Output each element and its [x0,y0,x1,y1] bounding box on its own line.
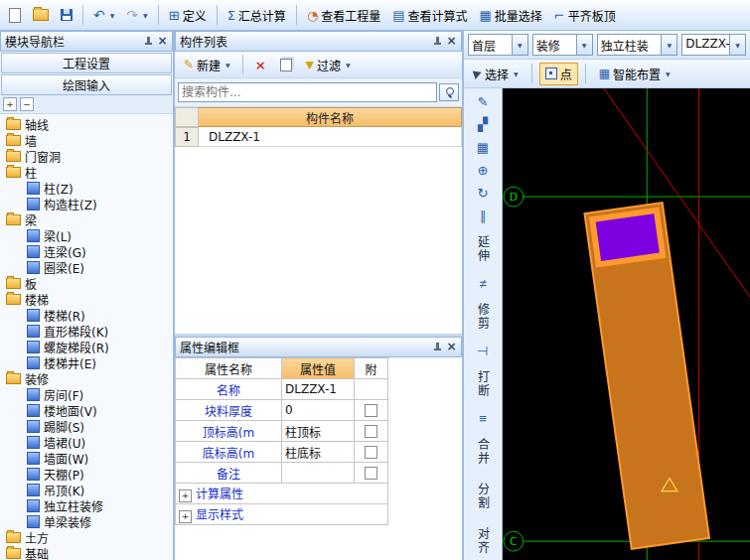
tree-item[interactable]: 直形梯段(K) [0,323,173,339]
collapse-all-icon[interactable] [20,97,34,111]
tree-item[interactable]: 楼梯 [0,291,173,307]
drawing-canvas[interactable]: D C [503,88,750,560]
view-quantities-button[interactable]: ◔ 查看工程量 [302,4,385,27]
search-input[interactable] [178,82,437,102]
tab-drawing-input[interactable]: 绘图输入 [1,74,172,95]
tree-item[interactable]: 楼地面(V) [0,402,173,418]
attach-checkbox[interactable] [365,425,377,438]
tree-item[interactable]: 圈梁(E) [0,259,173,275]
property-row[interactable]: +计算属性 [176,484,388,504]
property-value[interactable]: 0 [282,400,355,421]
property-row[interactable]: 备注 [176,463,388,484]
split-button[interactable]: 分割 [471,475,495,518]
summary-calc-button[interactable]: Σ 汇总计算 [223,4,291,27]
type-combo[interactable]: 独立柱装 [597,34,678,56]
delete-component-button[interactable]: × [250,55,271,75]
tree-item[interactable]: 土方 [0,529,173,545]
redo-button[interactable]: ↷ [121,4,152,26]
tree-item[interactable]: 轴线 [0,116,173,132]
tree-item[interactable]: 单梁装修 [0,513,173,529]
property-value[interactable] [282,463,355,484]
batch-select-button[interactable]: ▦ 批量选择 [475,4,547,27]
close-icon[interactable] [446,342,457,352]
property-row[interactable]: 顶标高(m柱顶标 [176,421,388,442]
property-row[interactable]: +显示样式 [176,504,388,525]
component-combo[interactable]: DLZZX-1 [681,34,746,56]
property-value[interactable]: DLZZX-1 [282,379,355,400]
new-file-button[interactable] [4,5,26,26]
tree-item[interactable]: 墙 [0,132,173,148]
tree-item[interactable]: 连梁(G) [0,243,173,259]
copy-component-button[interactable] [275,56,297,74]
property-row[interactable]: 底标高(m柱底标 [176,442,388,463]
tree-item[interactable]: 墙裙(U) [0,434,173,450]
tree-item[interactable]: 螺旋梯段(R) [0,339,173,354]
tree-item[interactable]: 梁 [0,211,173,227]
select-tool-button[interactable]: 选择 [468,63,525,85]
close-icon[interactable] [446,36,457,47]
chevron-down-icon[interactable] [661,35,676,55]
rotate-icon[interactable]: ↻ [470,182,496,204]
filter-button[interactable]: ▼ 过滤 [301,54,356,76]
tree-item[interactable]: 装修 [0,370,173,386]
column-shape[interactable] [584,203,709,549]
view-formula-button[interactable]: ▤ 查看计算式 [387,4,472,27]
tree-item[interactable]: 楼梯井(E) [0,354,173,370]
tree-item[interactable]: 房间(F) [0,386,173,402]
tree-item[interactable]: 楼梯(R) [0,307,173,323]
component-row[interactable]: 1DLZZX-1 [175,127,462,147]
drawing-area[interactable]: D C [503,88,750,560]
tree-item[interactable]: 独立柱装修 [0,497,173,513]
tree-item[interactable]: 柱(Z) [0,180,173,196]
expand-icon[interactable]: + [179,510,192,523]
move-icon[interactable]: ⊕ [470,159,496,181]
tree-item[interactable]: 基础 [0,545,173,560]
search-button[interactable] [439,83,459,101]
attach-checkbox[interactable] [365,446,377,459]
pin-icon[interactable] [433,37,442,46]
property-value[interactable]: 柱底标 [282,442,355,463]
property-value[interactable]: 柱顶标 [282,421,355,442]
trim-button[interactable]: 修剪 [471,295,495,339]
smart-layout-button[interactable]: ▦ 智能布置 [593,63,676,85]
point-tool-button[interactable]: 点 [539,63,578,85]
category-combo[interactable]: 装修 [532,34,593,56]
open-file-button[interactable] [28,6,54,24]
attach-checkbox[interactable] [365,404,377,417]
chevron-down-icon[interactable] [576,35,592,55]
tree-item[interactable]: 梁(L) [0,227,173,243]
tree-item[interactable]: 构造柱(Z) [0,196,173,211]
tree-item[interactable]: 柱 [0,164,173,180]
save-button[interactable] [56,6,77,24]
mirror-icon[interactable]: ▞ [470,113,496,135]
expand-all-icon[interactable] [3,97,17,111]
tree-item[interactable]: 门窗洞 [0,148,173,164]
format-brush-icon[interactable]: ✎ [470,90,496,112]
expand-icon[interactable]: + [179,490,192,502]
merge-button[interactable]: 合并 [471,430,495,474]
property-row[interactable]: 块料厚度0 [176,400,388,421]
tree-item[interactable]: 天棚(P) [0,466,173,482]
align-slab-top-button[interactable]: ⌐ 平齐板顶 [549,4,621,27]
define-button[interactable]: ⊞ 定义 [164,4,212,27]
pin-icon[interactable] [433,343,442,351]
tab-project-settings[interactable]: 工程设置 [1,53,172,73]
tree-item[interactable]: 板 [0,275,173,291]
close-icon[interactable] [157,36,168,47]
attach-checkbox[interactable] [365,467,377,480]
chevron-down-icon[interactable] [729,35,745,55]
property-row[interactable]: 名称DLZZX-1 [176,379,388,400]
pin-icon[interactable] [144,37,153,46]
new-component-button[interactable]: ✎ 新建 [179,54,235,76]
array-icon[interactable]: ▦ [470,136,496,158]
merge-icon[interactable]: ≡ [470,407,496,429]
trim-icon[interactable]: ≠ [470,272,496,294]
break-icon[interactable]: ⊣ [470,340,496,361]
align-button[interactable]: 对齐 [471,519,495,560]
component-name[interactable]: DLZZX-1 [199,127,462,147]
tree-item[interactable]: 墙面(W) [0,450,173,466]
offset-icon[interactable]: ∥ [470,205,496,226]
tree-item[interactable]: 吊顶(K) [0,482,173,497]
floor-combo[interactable]: 首层 [468,34,528,56]
tree-item[interactable]: 踢脚(S) [0,418,173,434]
